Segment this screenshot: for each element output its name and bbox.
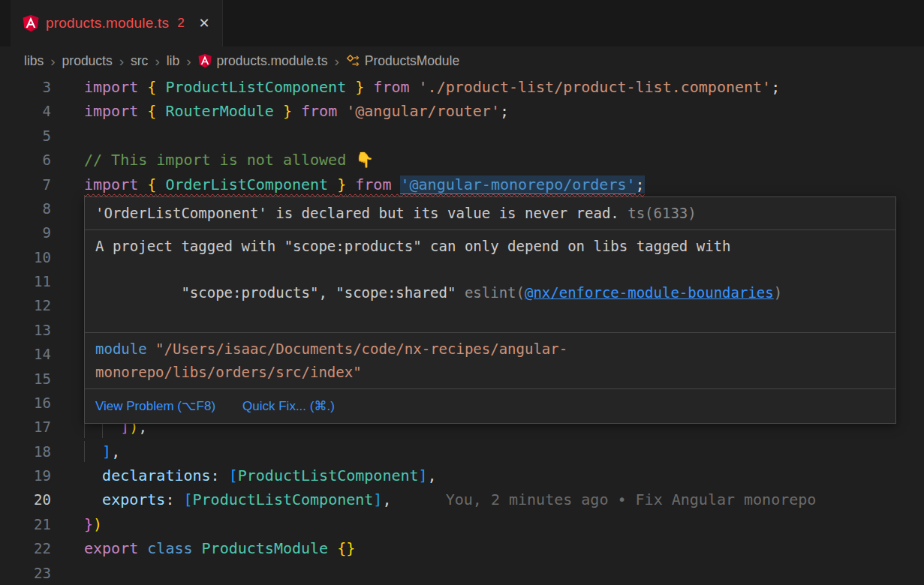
- code-token: [84, 442, 102, 460]
- line-number[interactable]: 22: [0, 536, 51, 560]
- code-line-4[interactable]: 4import { RouterModule } from '@angular/…: [0, 99, 924, 123]
- line-number[interactable]: 12: [0, 293, 51, 317]
- code-token: [84, 490, 102, 508]
- code-token: }: [337, 176, 346, 194]
- code-line-3[interactable]: 3import { ProductListComponent } from '.…: [0, 75, 924, 99]
- line-number[interactable]: 10: [0, 245, 51, 269]
- code-token: }: [355, 78, 364, 96]
- angular-icon: [23, 15, 39, 32]
- code-token: '@angular-monorepo/orders': [400, 176, 635, 194]
- chevron-right-icon: ›: [186, 54, 191, 68]
- code-token: ): [93, 515, 102, 533]
- line-number[interactable]: 13: [0, 318, 51, 342]
- tab-title: products.module.ts: [46, 15, 169, 32]
- quick-fix-action[interactable]: Quick Fix... (⌘.): [242, 394, 335, 418]
- line-number[interactable]: 9: [0, 220, 51, 244]
- breadcrumb-item-file[interactable]: products.module.ts: [198, 53, 328, 69]
- code-token: ,: [428, 466, 437, 484]
- line-number[interactable]: 19: [0, 464, 51, 488]
- line-number[interactable]: 16: [0, 391, 51, 415]
- code-token: class: [147, 539, 201, 557]
- code-token: ,: [382, 490, 391, 508]
- breadcrumb-item-symbol[interactable]: ProductsModule: [346, 53, 459, 69]
- code-token: from: [364, 78, 418, 96]
- eslint-message-line1: A project tagged with "scope:products" c…: [95, 235, 885, 258]
- line-number[interactable]: 14: [0, 342, 51, 366]
- chevron-right-icon: ›: [334, 54, 339, 68]
- problem-hover-popup: 'OrderListComponent' is declared but its…: [84, 196, 896, 424]
- line-number[interactable]: 3: [0, 75, 51, 99]
- chevron-right-icon: ›: [50, 54, 55, 68]
- code-token: [: [229, 466, 238, 484]
- eslint-rule-link[interactable]: @nx/enforce-module-boundaries: [525, 284, 774, 301]
- line-number[interactable]: 15: [0, 367, 51, 391]
- code-token: '@angular/router': [346, 102, 500, 120]
- code-token: [84, 466, 102, 484]
- module-path-info: module "/Users/isaac/Documents/code/nx-r…: [85, 333, 895, 389]
- eslint-diagnostic: A project tagged with "scope:products" c…: [85, 230, 895, 333]
- code-token: [: [183, 490, 192, 508]
- breadcrumb-item-products[interactable]: products: [62, 53, 113, 69]
- line-number[interactable]: 18: [0, 440, 51, 464]
- breadcrumb-item-libs[interactable]: libs: [24, 53, 44, 69]
- code-token: }: [84, 515, 93, 533]
- breadcrumb: libs › products › src › lib › products.m…: [0, 46, 924, 75]
- line-number[interactable]: 20: [0, 488, 51, 512]
- line-number[interactable]: 4: [0, 99, 51, 123]
- chevron-right-icon: ›: [119, 54, 124, 68]
- code-token: ;: [500, 102, 509, 120]
- ts-diagnostic-source: ts(6133): [628, 205, 697, 221]
- line-number[interactable]: 23: [0, 561, 51, 585]
- code-token: declarations: [102, 466, 211, 484]
- code-token: {: [147, 102, 156, 120]
- tab-products-module[interactable]: products.module.ts 2 ✕: [11, 0, 223, 46]
- line-number[interactable]: 6: [0, 148, 51, 172]
- code-token: ]: [102, 442, 111, 460]
- symbol-class-icon: [346, 54, 360, 68]
- code-line-21[interactable]: 21}): [0, 512, 924, 536]
- code-token: ProductListComponent: [156, 78, 355, 96]
- code-token: {: [147, 176, 156, 194]
- code-line-5[interactable]: 5: [0, 124, 924, 148]
- code-line-19[interactable]: 19 declarations: [ProductListComponent],: [0, 464, 924, 488]
- code-line-22[interactable]: 22export class ProductsModule {}: [0, 536, 924, 560]
- code-token: }: [283, 102, 292, 120]
- module-path-line1: "/Users/isaac/Documents/code/nx-recipes/…: [155, 340, 567, 357]
- code-editor[interactable]: 3import { ProductListComponent } from '.…: [0, 75, 924, 585]
- code-line-7[interactable]: 7import { OrderListComponent } from '@an…: [0, 172, 924, 196]
- breadcrumb-item-src[interactable]: src: [131, 53, 148, 69]
- line-number[interactable]: 7: [0, 172, 51, 196]
- code-token: ProductsModule: [202, 539, 338, 557]
- code-line-23[interactable]: 23: [0, 561, 924, 585]
- chevron-right-icon: ›: [155, 54, 159, 68]
- line-number[interactable]: 11: [0, 269, 51, 293]
- code-token: ;: [636, 176, 645, 194]
- line-number[interactable]: 5: [0, 124, 51, 148]
- code-token: import: [84, 78, 147, 96]
- line-number[interactable]: 21: [0, 512, 51, 536]
- code-token: ]: [373, 490, 382, 508]
- code-token: import: [84, 176, 147, 194]
- code-token: from: [292, 102, 346, 120]
- code-token: {: [147, 78, 156, 96]
- close-icon[interactable]: ✕: [199, 15, 210, 32]
- tab-problems-badge: 2: [177, 16, 184, 31]
- code-line-20[interactable]: 20 exports: [ProductListComponent],You, …: [0, 488, 924, 512]
- indent-guide: [84, 441, 85, 462]
- code-token: :: [165, 490, 183, 508]
- breadcrumb-item-lib[interactable]: lib: [167, 53, 180, 69]
- eslint-source-suffix: ): [774, 284, 782, 301]
- code-token: RouterModule: [156, 102, 283, 120]
- vscode-window: products.module.ts 2 ✕ libs › products ›…: [0, 0, 924, 585]
- view-problem-action[interactable]: View Problem (⌥F8): [95, 394, 215, 418]
- code-token: ,: [111, 442, 120, 460]
- code-token: OrderListComponent: [156, 176, 337, 194]
- code-token: {}: [337, 539, 355, 557]
- module-keyword: module: [95, 340, 155, 357]
- code-token: import: [84, 102, 147, 120]
- hover-actions: View Problem (⌥F8) Quick Fix... (⌘.): [85, 389, 895, 423]
- line-number[interactable]: 17: [0, 415, 51, 439]
- code-line-18[interactable]: 18 ],: [0, 440, 924, 464]
- code-line-6[interactable]: 6// This import is not allowed 👇: [0, 148, 924, 172]
- line-number[interactable]: 8: [0, 196, 51, 220]
